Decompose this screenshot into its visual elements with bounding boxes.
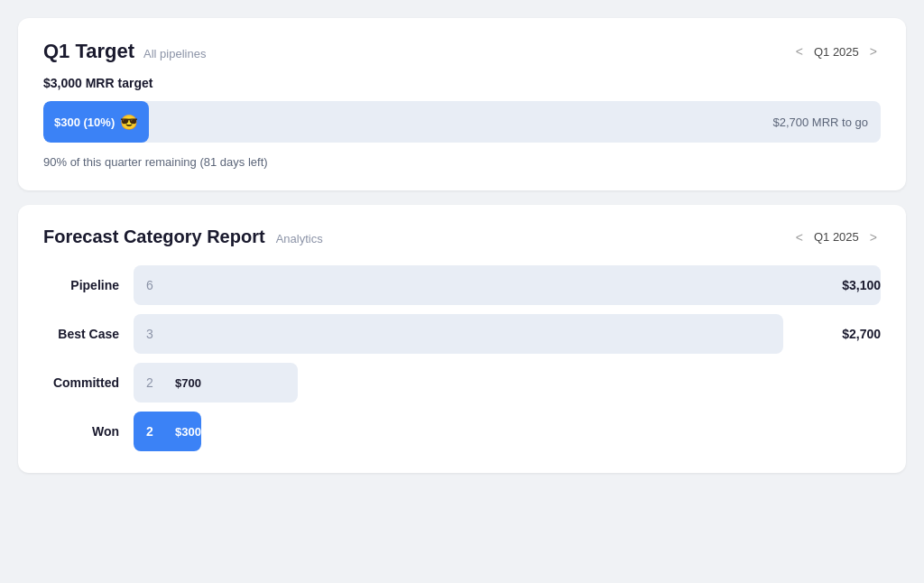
- target-nav-controls: < Q1 2025 >: [792, 42, 881, 60]
- pipeline-count: 6: [146, 278, 161, 292]
- forecast-quarter-label: Q1 2025: [814, 230, 859, 244]
- q1-target-card: Q1 Target All pipelines < Q1 2025 > $3,0…: [18, 18, 906, 190]
- progress-bar-container: $300 (10%) 😎 $2,700 MRR to go: [43, 101, 881, 143]
- table-row: Best Case 3 $2,700: [43, 314, 881, 354]
- pipeline-label: Pipeline: [43, 278, 134, 292]
- bestcase-label: Best Case: [43, 327, 134, 341]
- target-quarter-label: Q1 2025: [814, 45, 859, 59]
- forecast-next-btn[interactable]: >: [866, 228, 881, 246]
- forecast-title: Forecast Category Report: [43, 227, 265, 247]
- bestcase-bar-wrapper: 3 $2,700: [134, 314, 881, 354]
- progress-fill-label: $300 (10%): [54, 116, 115, 129]
- target-header: Q1 Target All pipelines < Q1 2025 >: [43, 40, 881, 63]
- committed-bar-wrapper: 2 $700: [134, 363, 881, 403]
- committed-label: Committed: [43, 375, 134, 390]
- forecast-card: Forecast Category Report Analytics < Q1 …: [18, 205, 906, 473]
- won-count: 2: [146, 424, 161, 439]
- forecast-header: Forecast Category Report Analytics < Q1 …: [43, 227, 881, 247]
- target-title: Q1 Target: [43, 40, 134, 63]
- forecast-nav-controls: < Q1 2025 >: [792, 228, 881, 246]
- committed-bar: 2 $700: [134, 363, 298, 403]
- pipeline-value: $3,100: [842, 278, 881, 292]
- pipeline-bar: 6: [134, 265, 881, 305]
- committed-count: 2: [146, 375, 161, 390]
- won-label: Won: [43, 424, 134, 439]
- target-prev-btn[interactable]: <: [792, 42, 807, 60]
- forecast-rows: Pipeline 6 $3,100 Best Case 3 $2,700 Com…: [43, 265, 881, 451]
- target-next-btn[interactable]: >: [866, 42, 881, 60]
- progress-remaining-label: $2,700 MRR to go: [772, 116, 868, 129]
- pipeline-bar-wrapper: 6 $3,100: [134, 265, 881, 305]
- progress-emoji: 😎: [120, 114, 138, 131]
- forecast-header-left: Forecast Category Report Analytics: [43, 227, 323, 247]
- mrr-target-label: $3,000 MRR target: [43, 76, 881, 90]
- forecast-prev-btn[interactable]: <: [792, 228, 807, 246]
- table-row: Committed 2 $700: [43, 363, 881, 403]
- forecast-analytics-label: Analytics: [276, 232, 323, 245]
- committed-bar-value: $700: [175, 376, 201, 390]
- bestcase-value: $2,700: [842, 327, 881, 341]
- target-header-left: Q1 Target All pipelines: [43, 40, 206, 63]
- table-row: Pipeline 6 $3,100: [43, 265, 881, 305]
- bestcase-count: 3: [146, 327, 161, 341]
- table-row: Won 2 $300: [43, 412, 881, 451]
- won-bar: 2 $300: [134, 412, 201, 451]
- progress-bar-fill: $300 (10%) 😎: [43, 101, 149, 143]
- bestcase-bar: 3: [134, 314, 783, 354]
- won-bar-value: $300: [175, 425, 201, 439]
- target-pipelines-label: All pipelines: [143, 47, 206, 60]
- won-bar-wrapper: 2 $300: [134, 412, 881, 451]
- quarter-remaining-label: 90% of this quarter remaining (81 days l…: [43, 155, 881, 169]
